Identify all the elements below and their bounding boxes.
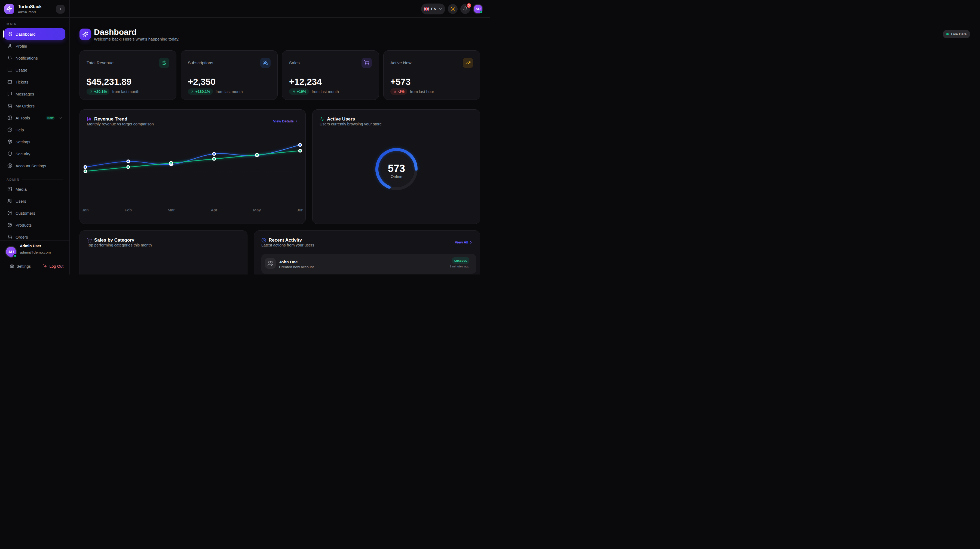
svg-text:Jun: Jun (297, 208, 303, 212)
svg-text:Feb: Feb (125, 208, 132, 212)
svg-text:Mar: Mar (168, 208, 175, 212)
svg-text:Jan: Jan (82, 208, 89, 212)
svg-text:Online: Online (391, 174, 402, 179)
svg-text:May: May (253, 208, 261, 212)
svg-text:Apr: Apr (211, 208, 217, 212)
svg-text:573: 573 (388, 163, 405, 174)
